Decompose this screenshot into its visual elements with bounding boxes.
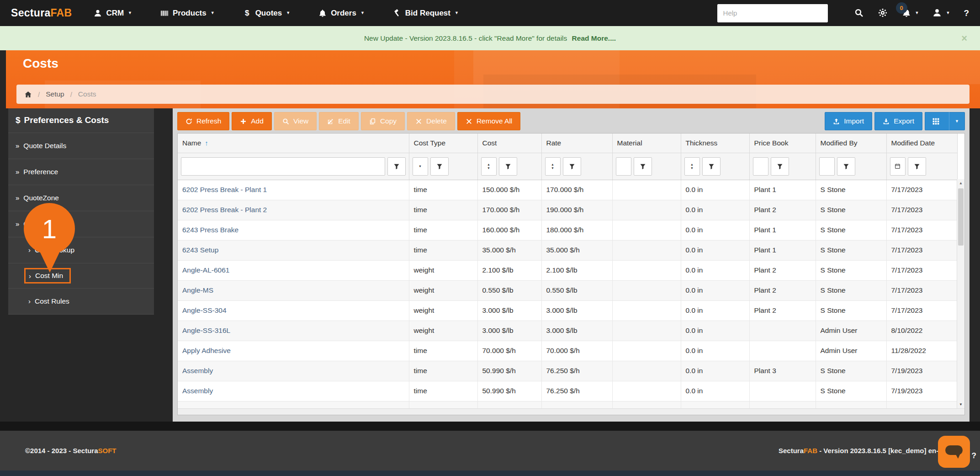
sidebar-item-quotezone[interactable]: »QuoteZone xyxy=(8,185,154,211)
home-icon[interactable] xyxy=(24,91,32,98)
filter-value-box-thickness[interactable]: ▲▼ xyxy=(684,157,700,176)
app-logo[interactable]: SecturaFAB xyxy=(11,7,72,19)
grid-view-button[interactable] xyxy=(925,112,949,130)
nav-menu-bid-request[interactable]: Bid Request▼ xyxy=(393,9,459,18)
breadcrumb-setup[interactable]: Setup xyxy=(46,90,64,98)
sidebar-item-label: Preference xyxy=(23,168,58,176)
sidebar-item-cost-rules[interactable]: ›Cost Rules xyxy=(8,289,154,315)
column-header-cost-type[interactable]: Cost Type xyxy=(409,134,477,153)
column-header-modified-date[interactable]: Modified Date xyxy=(886,134,957,153)
sidebar-item-cost-min[interactable]: ›Cost Min xyxy=(8,263,154,289)
filter-input-name[interactable] xyxy=(181,157,385,176)
notifications-menu[interactable]: 0 ▼ xyxy=(902,8,919,18)
scrollbar-thumb[interactable] xyxy=(958,188,964,246)
table-row[interactable]: Angle-SS-316Lweight3.000 $/lb3.000 $/lb0… xyxy=(178,321,957,341)
search-icon[interactable] xyxy=(854,8,864,18)
cell-cost: 70.000 $/h xyxy=(477,341,541,361)
remove-all-button[interactable]: Remove All xyxy=(457,112,520,130)
close-icon[interactable]: × xyxy=(961,26,967,50)
column-header-name[interactable]: Name↑ xyxy=(178,134,409,153)
copy-button[interactable]: Copy xyxy=(361,112,405,130)
table-row[interactable]: 6243 Setuptime35.000 $/h35.000 $/h0.0 in… xyxy=(178,240,957,260)
filter-button-material[interactable] xyxy=(634,157,652,176)
column-header-price-book[interactable]: Price Book xyxy=(749,134,816,153)
chevron-down-icon: ▼ xyxy=(418,165,422,168)
column-header-thickness[interactable]: Thickness xyxy=(681,134,749,153)
grid-view-dropdown-button[interactable]: ▼ xyxy=(949,112,965,130)
filter-button-name[interactable] xyxy=(387,157,406,176)
chevron-icon: » xyxy=(16,220,19,228)
help-question-icon[interactable]: ? xyxy=(972,451,976,460)
delete-button[interactable]: Delete xyxy=(407,112,455,130)
logo-part-1: Sectura xyxy=(11,7,50,19)
sidebar-item-costs[interactable]: »Costs xyxy=(8,211,154,237)
cell-material xyxy=(612,300,681,321)
table-row[interactable]: Assemblytime50.990 $/h76.250 $/h0.0 inS … xyxy=(178,381,957,401)
table-row[interactable]: Angle-SS-304weight3.000 $/lb3.000 $/lb0.… xyxy=(178,300,957,321)
cell-cost-type: time xyxy=(409,341,477,361)
scroll-up-icon[interactable]: ▲ xyxy=(957,181,964,185)
user-menu[interactable]: ▼ xyxy=(932,8,950,18)
nav-menu-orders[interactable]: Orders▼ xyxy=(318,9,365,18)
nav-menu-quotes[interactable]: $Quotes▼ xyxy=(243,9,290,18)
x-icon xyxy=(415,118,422,125)
button-label: Remove All xyxy=(477,117,512,125)
cell-price-book xyxy=(749,381,816,401)
edit-button[interactable]: Edit xyxy=(319,112,359,130)
horizontal-scrollbar[interactable] xyxy=(178,408,964,415)
sidebar-item-quote-details[interactable]: »Quote Details xyxy=(8,133,154,159)
filter-value-box-modified-by[interactable] xyxy=(819,157,835,176)
funnel-icon xyxy=(393,163,400,170)
sidebar-item-cost-lookup[interactable]: ›Cost Lookup xyxy=(8,237,154,263)
filter-value-box-rate[interactable]: ▲▼ xyxy=(545,157,561,176)
column-header-modified-by[interactable]: Modified By xyxy=(816,134,886,153)
filter-cell-modified-by xyxy=(816,153,886,180)
table-row[interactable]: 6202 Press Break - Plant 1time150.000 $/… xyxy=(178,180,957,200)
table-row[interactable]: Angle-MSweight0.550 $/lb0.550 $/lb0.0 in… xyxy=(178,280,957,300)
read-more-link[interactable]: Read More.... xyxy=(572,34,616,42)
filter-button-price-book[interactable] xyxy=(771,157,789,176)
import-button[interactable]: Import xyxy=(825,112,872,130)
help-search-input[interactable] xyxy=(717,4,828,22)
gear-icon[interactable] xyxy=(878,8,888,18)
breadcrumb: / Setup / Costs xyxy=(16,85,969,104)
table-row[interactable]: 6202 Press Break - Plant 2time170.000 $/… xyxy=(178,200,957,220)
table-row[interactable]: 6243 Press Braketime160.000 $/h180.000 $… xyxy=(178,220,957,240)
vertical-scrollbar[interactable]: ▲ ▼ xyxy=(957,179,964,408)
filter-value-box-material[interactable] xyxy=(616,157,631,176)
filter-button-cost-type[interactable] xyxy=(430,157,449,176)
filter-button-modified-by[interactable] xyxy=(837,157,855,176)
nav-menu-products[interactable]: Products▼ xyxy=(160,9,215,18)
refresh-button[interactable]: Refresh xyxy=(177,112,229,130)
export-button[interactable]: Export xyxy=(874,112,922,130)
filter-controls: ▲▼ xyxy=(481,157,538,176)
sidebar-item-inner: ›Cost Rules xyxy=(28,297,69,305)
nav-menu-crm[interactable]: CRM▼ xyxy=(94,9,132,18)
filter-value-box-price-book[interactable] xyxy=(753,157,768,176)
filter-value-box-cost-type[interactable]: ▼ xyxy=(413,157,428,176)
version-brand-1: Sectura xyxy=(779,447,804,455)
column-header-material[interactable]: Material xyxy=(612,134,681,153)
filter-button-cost[interactable] xyxy=(499,157,517,176)
filter-button-modified-date[interactable] xyxy=(908,157,926,176)
filter-button-thickness[interactable] xyxy=(702,157,720,176)
filter-value-box-cost[interactable]: ▲▼ xyxy=(481,157,497,176)
column-header-cost[interactable]: Cost xyxy=(477,134,541,153)
download-icon xyxy=(883,118,890,125)
table-row[interactable]: Assemblytime50.990 $/h76.250 $/h0.0 inPl… xyxy=(178,361,957,381)
add-button[interactable]: Add xyxy=(232,112,272,130)
cell-cost: 35.000 $/h xyxy=(477,240,541,260)
sidebar-item-preference[interactable]: »Preference xyxy=(8,159,154,185)
view-button[interactable]: View xyxy=(274,112,317,130)
filter-value-box-modified-date[interactable] xyxy=(890,157,906,176)
cell-cost: 50.990 $/h xyxy=(477,381,541,401)
filter-button-rate[interactable] xyxy=(563,157,581,176)
help-question-icon[interactable]: ? xyxy=(964,8,969,18)
scroll-down-icon[interactable]: ▼ xyxy=(957,402,964,406)
logo-part-2: FAB xyxy=(50,7,72,19)
table-row[interactable]: Angle-AL-6061weight2.100 $/lb2.100 $/lb0… xyxy=(178,260,957,280)
chat-widget-button[interactable] xyxy=(938,436,970,468)
cell-rate: 170.000 $/h xyxy=(541,180,612,200)
table-row[interactable]: Apply Adhesivetime70.000 $/h70.000 $/h0.… xyxy=(178,341,957,361)
column-header-rate[interactable]: Rate xyxy=(541,134,612,153)
